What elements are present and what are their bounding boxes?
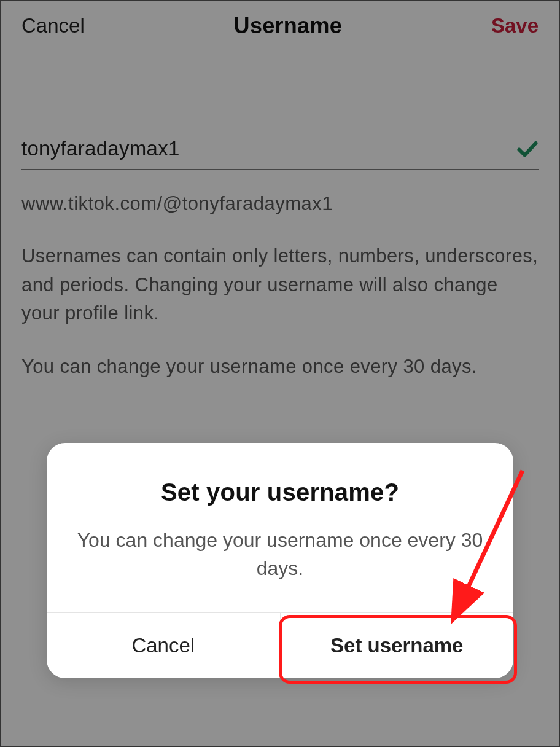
- confirm-dialog: Set your username? You can change your u…: [47, 443, 513, 678]
- dialog-confirm-button[interactable]: Set username: [280, 613, 514, 678]
- dialog-body: Set your username? You can change your u…: [47, 443, 513, 612]
- dialog-cancel-button[interactable]: Cancel: [47, 613, 280, 678]
- dialog-actions: Cancel Set username: [47, 612, 513, 678]
- dialog-message: You can change your username once every …: [71, 526, 489, 583]
- dialog-title: Set your username?: [71, 479, 489, 506]
